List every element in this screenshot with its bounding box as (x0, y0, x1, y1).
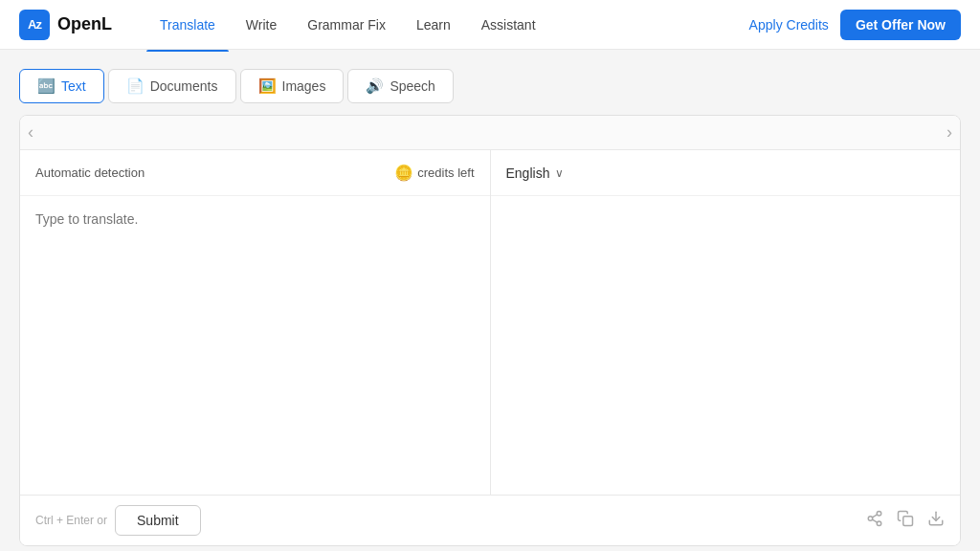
tab-images-label: Images (282, 78, 326, 94)
main-nav: Translate Write Grammar Fix Learn Assist… (146, 11, 749, 38)
nav-translate[interactable]: Translate (146, 11, 229, 38)
source-language-label: Automatic detection (35, 165, 145, 180)
tab-documents-label: Documents (150, 78, 218, 94)
submit-button[interactable]: Submit (115, 505, 201, 536)
nav-learn[interactable]: Learn (403, 11, 464, 38)
nav-write[interactable]: Write (233, 11, 290, 38)
ctrl-hint-label: Ctrl + Enter or (35, 514, 107, 527)
header-actions: Apply Credits Get Offer Now (749, 10, 961, 40)
header: Az OpenL Translate Write Grammar Fix Lea… (0, 0, 980, 50)
target-language-label: English (506, 165, 550, 181)
main-content: 🔤 Text 📄 Documents 🖼️ Images 🔊 Speech ‹ … (0, 50, 980, 551)
logo-text: OpenL (57, 14, 112, 34)
svg-line-3 (872, 519, 877, 522)
source-text-input[interactable] (20, 196, 490, 495)
copy-icon[interactable] (897, 510, 914, 532)
get-offer-button[interactable]: Get Offer Now (840, 10, 961, 40)
footer-left: Ctrl + Enter or Submit (35, 505, 855, 536)
nav-assistant[interactable]: Assistant (468, 11, 549, 38)
logo-icon: Az (19, 10, 50, 40)
nav-grammar-fix[interactable]: Grammar Fix (294, 11, 399, 38)
credits-left-label: credits left (417, 165, 474, 180)
target-panel-header: English ∨ (491, 150, 961, 196)
tab-images[interactable]: 🖼️ Images (240, 69, 345, 103)
coin-icon: 🪙 (394, 164, 413, 182)
mode-tabs: 🔤 Text 📄 Documents 🖼️ Images 🔊 Speech (19, 69, 961, 103)
footer-actions (866, 510, 945, 532)
target-panel: English ∨ (491, 150, 961, 495)
share-icon[interactable] (866, 510, 883, 532)
tab-speech[interactable]: 🔊 Speech (347, 69, 453, 103)
images-tab-icon: 🖼️ (258, 77, 277, 95)
scroll-left-icon[interactable]: ‹ (28, 122, 33, 143)
apply-credits-button[interactable]: Apply Credits (749, 17, 829, 33)
scroll-right-icon[interactable]: › (947, 122, 952, 143)
tab-speech-label: Speech (390, 78, 434, 94)
lang-scroll-row: ‹ › (20, 116, 960, 150)
tab-documents[interactable]: 📄 Documents (108, 69, 236, 103)
source-panel: Automatic detection 🪙 credits left (20, 150, 491, 495)
tab-text-label: Text (61, 78, 86, 94)
tab-text[interactable]: 🔤 Text (19, 69, 104, 103)
logo[interactable]: Az OpenL (19, 10, 112, 40)
credits-badge: 🪙 credits left (394, 164, 474, 182)
documents-tab-icon: 📄 (126, 77, 145, 95)
target-language-selector[interactable]: English ∨ (506, 165, 565, 181)
text-tab-icon: 🔤 (37, 77, 56, 95)
svg-rect-5 (903, 516, 913, 525)
speech-tab-icon: 🔊 (366, 77, 384, 95)
download-icon[interactable] (927, 510, 945, 532)
target-text-output (491, 196, 961, 495)
source-panel-header: Automatic detection 🪙 credits left (20, 150, 490, 196)
svg-line-4 (872, 514, 877, 517)
translator-footer: Ctrl + Enter or Submit (20, 495, 960, 545)
chevron-down-icon: ∨ (555, 166, 564, 180)
translation-area: Automatic detection 🪙 credits left Engli… (20, 150, 960, 495)
translator-box: ‹ › Automatic detection 🪙 credits left (19, 115, 961, 546)
